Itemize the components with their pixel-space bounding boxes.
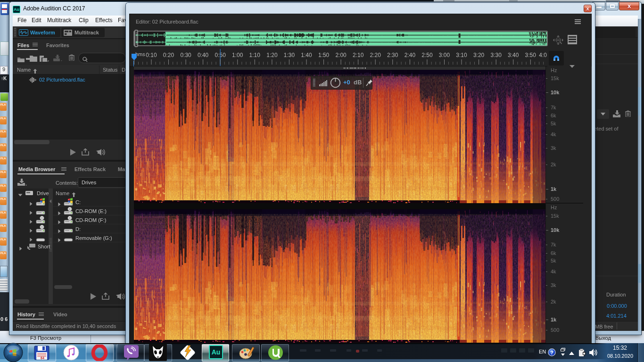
svg-text:1:40: 1:40: [301, 52, 312, 58]
svg-text:3:30: 3:30: [491, 52, 502, 58]
svg-text:4:0: 4:0: [539, 52, 547, 58]
svg-text:2:50: 2:50: [421, 52, 433, 58]
svg-text:1:50: 1:50: [318, 52, 330, 58]
svg-text:1:00: 1:00: [232, 52, 243, 58]
svg-text:3:50: 3:50: [525, 52, 537, 58]
svg-text:0:40: 0:40: [198, 52, 209, 58]
svg-text:64: 64: [41, 356, 44, 360]
svg-text:2:20: 2:20: [370, 52, 381, 58]
svg-text:2:00: 2:00: [335, 52, 347, 58]
svg-text:2:10: 2:10: [353, 52, 364, 58]
svg-text:1:20: 1:20: [266, 52, 278, 58]
svg-text:3:10: 3:10: [456, 52, 467, 58]
svg-text:3:40: 3:40: [508, 52, 519, 58]
svg-text:0:10: 0:10: [146, 52, 157, 58]
svg-text:1:10: 1:10: [249, 52, 261, 58]
svg-text:0:20: 0:20: [163, 52, 174, 58]
svg-text:?: ?: [550, 350, 553, 355]
svg-text:0:30: 0:30: [180, 52, 191, 58]
svg-text:1:30: 1:30: [284, 52, 295, 58]
svg-text:3:00: 3:00: [439, 52, 450, 58]
svg-text:2:40: 2:40: [405, 52, 416, 58]
svg-text:2:30: 2:30: [387, 52, 398, 58]
svg-text:3:20: 3:20: [473, 52, 485, 58]
